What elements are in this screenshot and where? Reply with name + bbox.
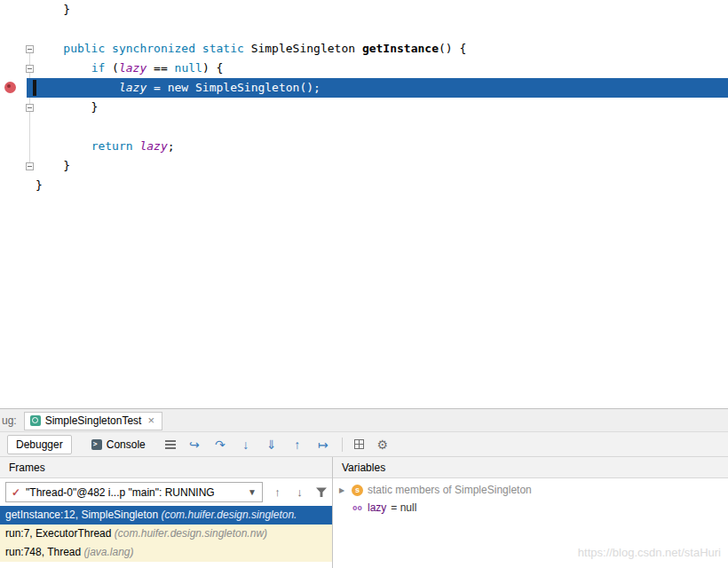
toolbar-separator bbox=[342, 438, 343, 452]
code-token: } bbox=[36, 100, 98, 114]
variable-row[interactable]: ▶sstatic members of SimpleSingleton bbox=[333, 481, 728, 499]
expand-arrow-icon[interactable]: ▶ bbox=[336, 486, 347, 494]
code-line[interactable]: } bbox=[27, 156, 728, 176]
code-line[interactable]: } bbox=[27, 98, 728, 117]
variable-label: static members of SimpleSingleton bbox=[368, 484, 532, 496]
force-step-into-icon[interactable]: ⇓ bbox=[265, 438, 279, 451]
filter-icon[interactable] bbox=[316, 487, 327, 498]
chevron-down-icon[interactable]: ▼ bbox=[248, 487, 257, 497]
code-editor[interactable]: } public synchronized static SimpleSingl… bbox=[0, 0, 728, 408]
frames-list: getInstance:12, SimpleSingleton (com.hui… bbox=[0, 506, 332, 568]
step-over-icon[interactable]: ↷ bbox=[213, 438, 227, 451]
code-token: = bbox=[146, 81, 167, 94]
debug-tool-window: ug: SimpleSingletonTest × Debugger Conso… bbox=[0, 408, 728, 568]
tab-console-label: Console bbox=[107, 438, 146, 451]
step-out-icon[interactable]: ↑ bbox=[290, 438, 305, 451]
frame-package: (com.huifer.design.singleton.nw) bbox=[115, 527, 267, 540]
step-into-icon[interactable]: ↓ bbox=[239, 438, 253, 451]
code-token: SimpleSingleton(); bbox=[188, 81, 320, 94]
code-line[interactable]: } bbox=[27, 0, 728, 20]
watermark: https://blog.csdn.net/staHuri bbox=[578, 546, 721, 559]
code-line[interactable]: } bbox=[27, 176, 728, 195]
code-token bbox=[36, 81, 119, 94]
code-token bbox=[36, 42, 63, 55]
code-token: == bbox=[146, 61, 174, 75]
frame-row[interactable]: getInstance:12, SimpleSingleton (com.hui… bbox=[0, 506, 332, 525]
thread-row: ✓ "Thread-0"@482 i...p "main": RUNNING ▼… bbox=[0, 478, 332, 506]
code-token: } bbox=[36, 3, 70, 16]
variables-panel: Variables ▶sstatic members of SimpleSing… bbox=[333, 457, 728, 568]
code-token bbox=[36, 61, 91, 75]
code-line[interactable] bbox=[27, 117, 728, 137]
code-token: new bbox=[168, 81, 188, 94]
thread-selector-value: "Thread-0"@482 i...p "main": RUNNING bbox=[26, 486, 242, 499]
settings-icon[interactable]: ⚙ bbox=[376, 438, 390, 451]
console-icon bbox=[91, 439, 102, 450]
code-token: lazy bbox=[139, 139, 167, 153]
code-token: } bbox=[36, 178, 43, 192]
debug-tab-title: SimpleSingletonTest bbox=[45, 414, 142, 427]
variable-name: lazy bbox=[368, 501, 386, 514]
show-execution-point-icon[interactable]: ↪ bbox=[187, 438, 202, 451]
frame-package: (java.lang) bbox=[84, 546, 134, 558]
code-token: if bbox=[91, 61, 106, 75]
code-token: SimpleSingleton bbox=[251, 42, 355, 55]
frames-header: Frames bbox=[0, 457, 332, 478]
code-token bbox=[244, 42, 251, 55]
tab-console[interactable]: Console bbox=[83, 436, 154, 454]
close-icon[interactable]: × bbox=[147, 414, 154, 426]
debug-window-label: ug: bbox=[2, 414, 17, 427]
run-to-cursor-icon[interactable]: ↦ bbox=[316, 438, 330, 451]
code-token: ) { bbox=[202, 61, 223, 75]
debug-toolbar: Debugger Console ↪↷↓⇓↑↦⚙ bbox=[0, 432, 728, 457]
variable-value: = null bbox=[391, 501, 416, 514]
tab-debugger-label: Debugger bbox=[16, 438, 63, 451]
code-token: getInstance bbox=[362, 42, 439, 55]
code-token bbox=[355, 42, 362, 55]
breakpoint-icon[interactable] bbox=[4, 82, 16, 93]
thread-status-icon: ✓ bbox=[12, 486, 20, 499]
code-token: lazy bbox=[119, 81, 146, 94]
thread-selector[interactable]: ✓ "Thread-0"@482 i...p "main": RUNNING ▼ bbox=[5, 482, 263, 502]
code-token: ( bbox=[105, 61, 119, 75]
frames-panel: Frames ✓ "Thread-0"@482 i...p "main": RU… bbox=[0, 457, 333, 568]
debug-tabstrip: ug: SimpleSingletonTest × bbox=[0, 409, 728, 432]
code-line[interactable] bbox=[27, 20, 728, 39]
code-line[interactable]: public synchronized static SimpleSinglet… bbox=[27, 39, 728, 59]
layout-grid-icon[interactable] bbox=[354, 439, 364, 449]
frame-location: getInstance:12, SimpleSingleton bbox=[5, 509, 161, 521]
test-class-icon bbox=[30, 415, 41, 426]
code-token: lazy bbox=[119, 61, 146, 75]
tab-debugger[interactable]: Debugger bbox=[7, 435, 72, 454]
code-token: null bbox=[175, 61, 202, 75]
code-lines: } public synchronized static SimpleSingl… bbox=[27, 0, 728, 195]
code-line[interactable]: if (lazy == null) { bbox=[27, 59, 728, 78]
code-token: public synchronized static bbox=[63, 42, 244, 55]
code-token: } bbox=[36, 159, 70, 172]
frame-row[interactable]: run:7, ExecutorThread (com.huifer.design… bbox=[0, 525, 332, 543]
frame-package: (com.huifer.design.singleton. bbox=[161, 509, 297, 521]
menu-icon[interactable] bbox=[165, 440, 176, 449]
frame-row[interactable]: run:748, Thread (java.lang) bbox=[0, 543, 332, 562]
code-token: () { bbox=[439, 42, 466, 55]
code-token bbox=[36, 139, 91, 153]
frames-toolbar-icons: ↑↓ bbox=[272, 486, 327, 498]
code-line[interactable]: return lazy; bbox=[27, 137, 728, 156]
code-line[interactable]: lazy = new SimpleSingleton(); bbox=[27, 78, 728, 98]
frame-location: run:748, Thread bbox=[5, 546, 84, 558]
code-token: ; bbox=[168, 139, 175, 153]
debug-content-tab[interactable]: SimpleSingletonTest × bbox=[24, 412, 162, 430]
code-token: return bbox=[91, 139, 133, 153]
variable-row[interactable]: oolazy = null bbox=[333, 499, 728, 517]
debug-toolbar-icons: ↪↷↓⇓↑↦⚙ bbox=[165, 438, 390, 452]
static-members-icon: s bbox=[352, 485, 363, 496]
arrow-down-icon[interactable]: ↓ bbox=[294, 486, 305, 498]
field-icon: oo bbox=[352, 502, 363, 514]
arrow-up-icon[interactable]: ↑ bbox=[272, 486, 283, 498]
debug-panels: Frames ✓ "Thread-0"@482 i...p "main": RU… bbox=[0, 457, 728, 568]
variables-header: Variables bbox=[333, 457, 728, 478]
frame-location: run:7, ExecutorThread bbox=[5, 527, 115, 540]
